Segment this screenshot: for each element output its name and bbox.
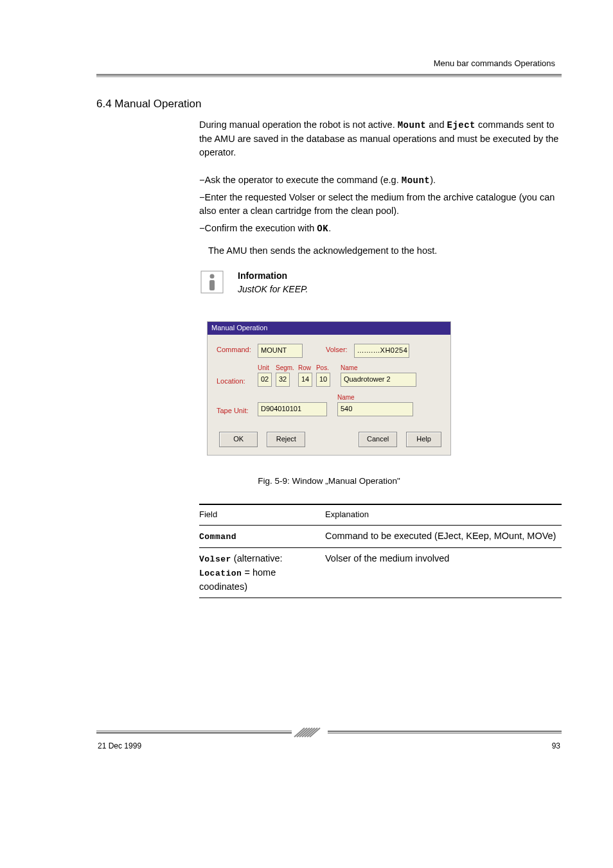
pos-head: Pos. xyxy=(316,364,330,371)
desc-volser-field: Volser xyxy=(199,554,231,564)
desc-header-row: Field Explanation xyxy=(199,505,562,526)
footer-page-number: 93 xyxy=(552,741,560,752)
help-button[interactable]: Help xyxy=(406,432,441,447)
footer-slash-icon xyxy=(292,727,328,738)
dialog-button-row: OK Reject Cancel Help xyxy=(217,432,441,447)
volser-input[interactable]: ..........XH0254 xyxy=(354,344,409,358)
location-label: Location: xyxy=(217,368,258,387)
location-pos[interactable]: 10 xyxy=(316,373,330,387)
desc-row-command: Command Command to be executed (EJect, K… xyxy=(199,526,562,548)
ok-keyword: OK xyxy=(317,224,328,234)
eject-keyword: Eject xyxy=(447,120,475,130)
info-heading: Information xyxy=(238,269,308,282)
tape-name-head: Name xyxy=(337,394,413,401)
tape-name[interactable]: 540 xyxy=(337,402,413,416)
ack-line: The AMU then sends the acknowledgement t… xyxy=(208,244,562,258)
ok-button[interactable]: OK xyxy=(219,432,258,447)
desc-row-volser: Volser (alternative: Location = home coo… xyxy=(199,548,562,598)
intro-para-1: During manual operation the robot is not… xyxy=(199,118,562,159)
unit-head: Unit xyxy=(258,364,272,371)
row-head: Row xyxy=(298,364,312,371)
footer-date: 21 Dec 1999 xyxy=(98,741,141,752)
header-rule xyxy=(96,74,562,77)
manual-operation-dialog: Manual Operation Command: MOUNT Volser: … xyxy=(207,321,451,456)
tape-row: Tape Unit: D904010101 Name 540 xyxy=(217,393,441,416)
field-desc-table: Field Explanation Command Command to be … xyxy=(199,504,562,598)
page-footer: 21 Dec 1999 93 xyxy=(96,727,562,752)
location-unit[interactable]: 02 xyxy=(258,373,272,387)
info-icon xyxy=(199,269,225,295)
info-note: Information JustOK for KEEP. xyxy=(199,269,562,296)
location-row: Location: Unit 02 Segm. 32 Row 14 xyxy=(217,364,441,387)
col-expl: Explanation xyxy=(325,509,562,521)
step-1: −Ask the operator to execute the command… xyxy=(199,173,562,187)
location-segm[interactable]: 32 xyxy=(276,373,290,387)
command-row: Command: MOUNT Volser: ..........XH0254 xyxy=(217,344,441,358)
section-heading: 6.4 Manual Operation xyxy=(96,96,562,112)
dialog-titlebar: Manual Operation xyxy=(208,322,450,335)
step-2: −Enter the requested Volser or select th… xyxy=(199,191,562,218)
header-breadcrumb: Menu bar commands Operations xyxy=(96,58,562,70)
breadcrumb-text: Menu bar commands Operations xyxy=(434,58,555,68)
figure-caption: Fig. 5-9: Window „Manual Operation" xyxy=(96,475,562,488)
volser-label: Volser: xyxy=(326,344,354,355)
step-3: −Confirm the execution with OK. xyxy=(199,222,562,235)
cancel-button[interactable]: Cancel xyxy=(359,432,397,447)
desc-location-field: Location xyxy=(199,569,242,578)
desc-command-field: Command xyxy=(199,532,236,542)
mount-keyword: Mount xyxy=(398,120,427,130)
col-field: Field xyxy=(199,509,302,521)
mount-keyword-2: Mount xyxy=(402,175,431,186)
svg-point-1 xyxy=(210,274,215,279)
segm-head: Segm. xyxy=(276,364,294,371)
tape-label: Tape Unit: xyxy=(217,397,258,416)
body-text-block: During manual operation the robot is not… xyxy=(199,118,562,296)
location-name-head: Name xyxy=(341,364,416,371)
reject-button[interactable]: Reject xyxy=(267,432,305,447)
footer-rule-left xyxy=(96,731,292,734)
footer-rule-right xyxy=(328,731,562,734)
command-label: Command: xyxy=(217,344,258,355)
command-value[interactable]: MOUNT xyxy=(258,344,303,358)
location-row-val[interactable]: 14 xyxy=(298,373,312,387)
desc-command-expl: Command to be executed (EJect, KEep, MOu… xyxy=(325,529,562,544)
location-name[interactable]: Quadrotower 2 xyxy=(341,373,416,387)
svg-rect-2 xyxy=(209,280,215,290)
info-body: JustOK for KEEP. xyxy=(238,283,308,296)
section-title-text: 6.4 Manual Operation xyxy=(96,98,202,110)
tape-unit-value[interactable]: D904010101 xyxy=(258,402,327,416)
desc-volser-expl: Volser of the medium involved xyxy=(325,552,562,594)
